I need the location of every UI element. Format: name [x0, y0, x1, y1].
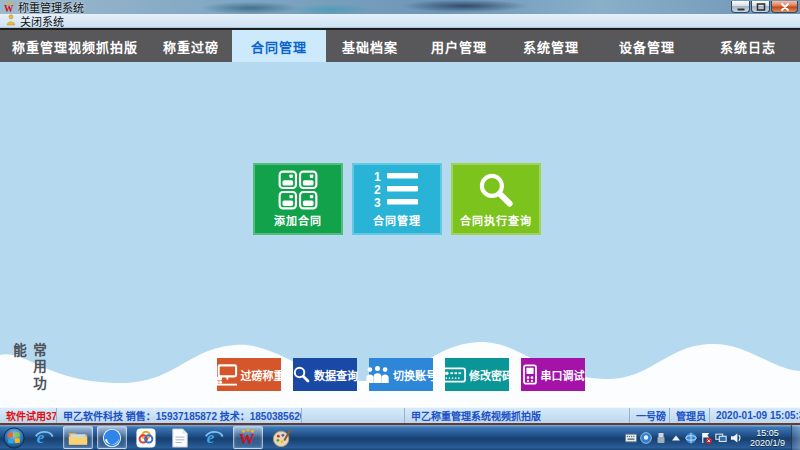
sidebar-label: 常用功能: [8, 343, 48, 407]
taskbar-notepad-icon[interactable]: [165, 426, 195, 449]
taskbar-netdisk-icon[interactable]: [131, 426, 161, 449]
taskbar-browser-circle-icon[interactable]: [97, 426, 127, 449]
svg-text:3: 3: [374, 196, 381, 210]
clock-date: 2020/1/9: [750, 438, 785, 448]
tab-archives[interactable]: 基础档案: [326, 30, 414, 62]
close-button[interactable]: [771, 1, 798, 13]
minimize-button[interactable]: [731, 1, 750, 13]
status-vendor: 甲乙软件科技 销售：15937185872 技术：18503856205: [57, 408, 302, 423]
system-tray: [625, 432, 742, 444]
svg-text:W: W: [239, 430, 255, 447]
main-content: 常用功能 添加合同123合同管理合同执行查询 过磅称重数据查询切换账号修改密码串…: [0, 62, 800, 407]
tile-manage-contract[interactable]: 123合同管理: [352, 163, 442, 235]
contracts-grid-icon: [278, 163, 318, 212]
quick-button-label: 切换账号: [393, 367, 437, 383]
tab-main[interactable]: 称重管理视频抓拍版: [0, 30, 150, 62]
start-button[interactable]: [3, 427, 25, 449]
clock-time: 15:05: [750, 428, 785, 438]
status-trial: 软件试用37天: [0, 408, 57, 423]
quick-button-label: 过磅称重: [241, 367, 285, 383]
tray-action-center-icon[interactable]: [700, 432, 712, 444]
tab-system[interactable]: 系统管理: [504, 30, 598, 62]
tab-weigh[interactable]: 称重过磅: [150, 30, 232, 62]
taskbar-clock[interactable]: 15:05 2020/1/9: [750, 428, 785, 448]
tile-label: 添加合同: [274, 212, 322, 228]
statusbar: 软件试用37天甲乙软件科技 销售：15937185872 技术：18503856…: [0, 407, 800, 423]
tray-keyboard-icon[interactable]: [625, 432, 637, 444]
search-icon: [476, 163, 516, 212]
taskbar-paint-icon[interactable]: [267, 426, 297, 449]
weighbridge-icon: [214, 364, 238, 386]
taskbar-explorer-folder-icon[interactable]: [63, 426, 93, 449]
show-desktop-button[interactable]: [791, 425, 800, 450]
numbered-list-icon: 123: [374, 163, 420, 212]
status-datetime: 2020-01-09 15:05:38: [710, 408, 800, 423]
quick-button-label: 修改密码: [469, 367, 513, 383]
quick-button-change-password[interactable]: 修改密码: [445, 358, 509, 391]
serial-port-icon: [522, 364, 538, 385]
tab-contract[interactable]: 合同管理: [232, 30, 326, 62]
titlebar: W 称重管理系统: [0, 0, 800, 14]
maximize-button[interactable]: [751, 1, 770, 13]
password-icon: [441, 366, 466, 384]
taskbar-apps: eeW: [29, 426, 297, 449]
status-user: 管理员: [670, 408, 710, 423]
taskbar: eeW 15:05 2020/1/9: [0, 425, 800, 450]
tile-add-contract[interactable]: 添加合同: [253, 163, 343, 235]
taskbar-weighing-app-icon[interactable]: W: [233, 426, 263, 449]
tile-contract-exec-query[interactable]: 合同执行查询: [451, 163, 541, 235]
window-controls: [730, 1, 798, 13]
status-empty: [302, 408, 405, 423]
desktop-screen: W 称重管理系统 关闭系统 称重管理视频抓拍版称重过磅合同管理基础档案用户管理系…: [0, 0, 800, 450]
quick-button-label: 串口调试: [541, 367, 585, 383]
status-product: 甲乙称重管理系统视频抓拍版: [405, 408, 630, 423]
status-station: 一号磅: [630, 408, 670, 423]
contract-tiles: 添加合同123合同管理合同执行查询: [253, 163, 541, 235]
svg-text:2: 2: [374, 183, 381, 197]
tray-display-icon[interactable]: [715, 432, 727, 444]
tab-device[interactable]: 设备管理: [598, 30, 696, 62]
tile-label: 合同管理: [373, 212, 421, 228]
quick-button-weigh[interactable]: 过磅称重: [217, 358, 281, 391]
tile-label: 合同执行查询: [460, 212, 532, 228]
taskbar-ie-icon[interactable]: e: [29, 426, 59, 449]
tabbar: 称重管理视频抓拍版称重过磅合同管理基础档案用户管理系统管理设备管理系统日志: [0, 28, 800, 62]
tray-usb-icon[interactable]: [655, 432, 667, 444]
tray-messenger-icon[interactable]: [640, 432, 652, 444]
quick-button-data-query[interactable]: 数据查询: [293, 358, 357, 391]
app-window: W 称重管理系统 关闭系统 称重管理视频抓拍版称重过磅合同管理基础档案用户管理系…: [0, 0, 800, 425]
close-system-icon: [6, 12, 16, 30]
tray-network-icon[interactable]: [685, 432, 697, 444]
menubar: 关闭系统: [0, 14, 800, 28]
taskbar-ie-icon[interactable]: e: [199, 426, 229, 449]
users-icon: [365, 365, 390, 384]
search-icon: [292, 365, 311, 384]
quick-function-bar: 过磅称重数据查询切换账号修改密码串口调试: [217, 358, 585, 391]
tray-show-hidden-icon[interactable]: [670, 432, 682, 444]
tab-logs[interactable]: 系统日志: [696, 30, 800, 62]
tab-users[interactable]: 用户管理: [414, 30, 504, 62]
quick-button-serial-debug[interactable]: 串口调试: [521, 358, 585, 391]
quick-button-label: 数据查询: [314, 367, 358, 383]
tray-volume-icon[interactable]: [730, 432, 742, 444]
menu-close-system[interactable]: 关闭系统: [20, 13, 64, 29]
quick-button-switch-account[interactable]: 切换账号: [369, 358, 433, 391]
svg-text:1: 1: [374, 170, 381, 184]
